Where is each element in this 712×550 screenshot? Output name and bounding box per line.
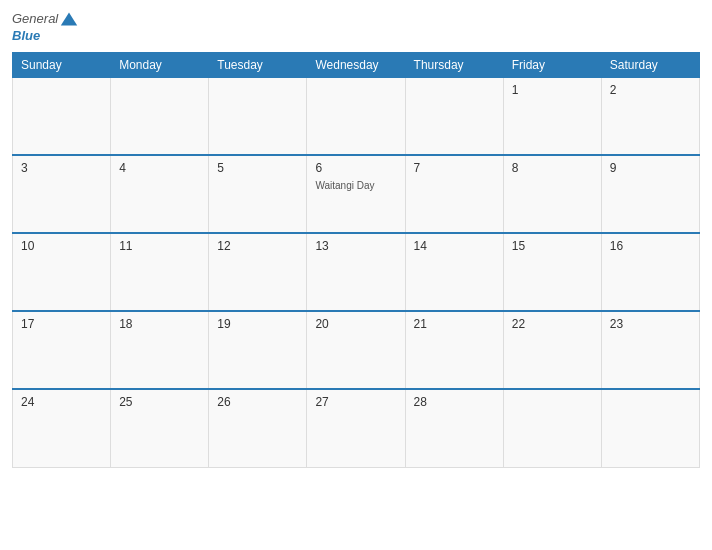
day-number: 17 [21, 317, 102, 331]
logo-triangle-icon [60, 10, 78, 28]
calendar-day-cell: 27 [307, 389, 405, 467]
logo-general-text: General [12, 11, 58, 27]
col-wednesday: Wednesday [307, 52, 405, 77]
calendar-week-row: 12 [13, 77, 700, 155]
day-number: 13 [315, 239, 396, 253]
day-number: 15 [512, 239, 593, 253]
calendar-day-cell: 24 [13, 389, 111, 467]
day-number: 6 [315, 161, 396, 175]
day-number: 3 [21, 161, 102, 175]
calendar-day-cell [307, 77, 405, 155]
day-number: 4 [119, 161, 200, 175]
col-monday: Monday [111, 52, 209, 77]
calendar-week-row: 17181920212223 [13, 311, 700, 389]
calendar-day-cell: 3 [13, 155, 111, 233]
day-number: 18 [119, 317, 200, 331]
calendar-day-cell [209, 77, 307, 155]
day-number: 22 [512, 317, 593, 331]
calendar-day-cell: 5 [209, 155, 307, 233]
col-friday: Friday [503, 52, 601, 77]
calendar-day-cell: 25 [111, 389, 209, 467]
day-number: 24 [21, 395, 102, 409]
calendar-day-cell [601, 389, 699, 467]
calendar-day-cell: 21 [405, 311, 503, 389]
calendar-day-cell: 4 [111, 155, 209, 233]
col-tuesday: Tuesday [209, 52, 307, 77]
calendar-day-cell [503, 389, 601, 467]
calendar-day-cell: 23 [601, 311, 699, 389]
calendar-page: General Blue Sunday Monday Tuesday Wedne… [0, 0, 712, 550]
day-number: 16 [610, 239, 691, 253]
logo-blue-text: Blue [12, 28, 78, 44]
calendar-day-cell: 10 [13, 233, 111, 311]
day-number: 21 [414, 317, 495, 331]
calendar-day-cell: 8 [503, 155, 601, 233]
day-number: 25 [119, 395, 200, 409]
day-number: 14 [414, 239, 495, 253]
day-number: 11 [119, 239, 200, 253]
calendar-day-cell: 16 [601, 233, 699, 311]
calendar-week-row: 3456Waitangi Day789 [13, 155, 700, 233]
day-number: 9 [610, 161, 691, 175]
calendar-week-row: 2425262728 [13, 389, 700, 467]
calendar-day-cell [405, 77, 503, 155]
calendar-day-cell [111, 77, 209, 155]
col-thursday: Thursday [405, 52, 503, 77]
calendar-day-cell: 22 [503, 311, 601, 389]
calendar-day-cell: 11 [111, 233, 209, 311]
calendar-day-cell: 13 [307, 233, 405, 311]
calendar-day-cell: 17 [13, 311, 111, 389]
calendar-day-cell: 19 [209, 311, 307, 389]
header: General Blue [12, 10, 700, 44]
calendar-day-cell: 14 [405, 233, 503, 311]
calendar-week-row: 10111213141516 [13, 233, 700, 311]
calendar-day-cell: 6Waitangi Day [307, 155, 405, 233]
calendar-day-cell: 18 [111, 311, 209, 389]
col-sunday: Sunday [13, 52, 111, 77]
day-number: 27 [315, 395, 396, 409]
day-number: 8 [512, 161, 593, 175]
calendar-day-cell: 9 [601, 155, 699, 233]
calendar-day-cell: 7 [405, 155, 503, 233]
holiday-label: Waitangi Day [315, 180, 374, 191]
calendar-day-cell: 20 [307, 311, 405, 389]
calendar-header-row: Sunday Monday Tuesday Wednesday Thursday… [13, 52, 700, 77]
day-number: 5 [217, 161, 298, 175]
day-number: 20 [315, 317, 396, 331]
day-number: 1 [512, 83, 593, 97]
calendar-day-cell: 2 [601, 77, 699, 155]
svg-marker-0 [61, 12, 77, 25]
day-number: 12 [217, 239, 298, 253]
logo: General Blue [12, 10, 78, 44]
calendar-day-cell: 12 [209, 233, 307, 311]
day-number: 19 [217, 317, 298, 331]
day-number: 2 [610, 83, 691, 97]
calendar-day-cell [13, 77, 111, 155]
day-number: 23 [610, 317, 691, 331]
day-number: 28 [414, 395, 495, 409]
day-number: 7 [414, 161, 495, 175]
calendar-day-cell: 26 [209, 389, 307, 467]
calendar-day-cell: 15 [503, 233, 601, 311]
day-number: 26 [217, 395, 298, 409]
col-saturday: Saturday [601, 52, 699, 77]
calendar-day-cell: 1 [503, 77, 601, 155]
calendar-table: Sunday Monday Tuesday Wednesday Thursday… [12, 52, 700, 468]
day-number: 10 [21, 239, 102, 253]
calendar-day-cell: 28 [405, 389, 503, 467]
